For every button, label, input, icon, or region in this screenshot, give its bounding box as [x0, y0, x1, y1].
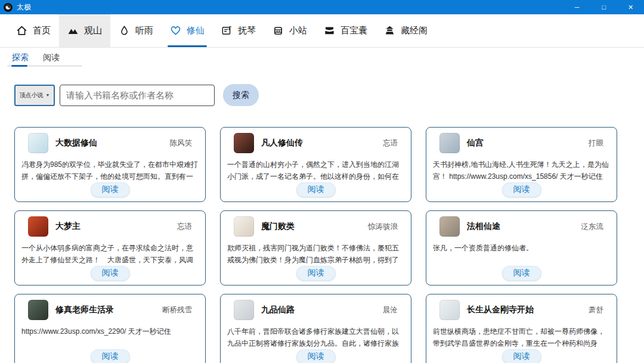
read-button[interactable]: 阅读: [502, 182, 541, 197]
book-description: 一个从小体弱多病的富商之子，在寻求续命之法时，意外走上了修仙登天之路！ 大唐盛世…: [21, 242, 199, 265]
nav-item-baibaonang[interactable]: 百宝囊: [315, 14, 376, 47]
book-cover: [439, 300, 460, 320]
book-card: 修真老师生活录 断桥残雪 https://www.23usp.com/xs_22…: [14, 294, 206, 363]
window-title: 太极: [17, 2, 31, 13]
nav-label: 藏经阁: [401, 25, 428, 36]
sub-tabs: 探索 阅读: [0, 48, 644, 69]
book-card: 长生从金刚寺开始 萧舒 前世纵横商场，患绝症不甘而亡，却被一尊药师佛像，带到武学…: [426, 294, 617, 363]
chest-icon: [324, 25, 335, 36]
book-author: 忘语: [383, 138, 398, 148]
book-card-grid: 大数据修仙 陈风笑 冯君身为985的双学位，毕业就失业了，在都市中艰难打拼，偏偏…: [14, 127, 644, 363]
book-author: 晨沧: [383, 305, 398, 315]
card-header: 大数据修仙 陈风笑: [21, 133, 199, 153]
home-icon: [16, 25, 27, 36]
book-cover: [28, 300, 48, 320]
card-header: 魔门败类 惊涛骇浪: [227, 216, 404, 237]
book-title: 大数据修仙: [55, 138, 97, 148]
book-title: 长生从金刚寺开始: [467, 305, 534, 315]
book-cover: [234, 300, 254, 320]
book-author: 打眼: [589, 138, 603, 148]
nav-item-fuqin[interactable]: 抚琴: [213, 14, 264, 47]
search-button[interactable]: 搜索: [223, 84, 259, 106]
book-cover: [28, 133, 48, 153]
read-button[interactable]: 阅读: [91, 182, 130, 197]
book-author: 萧舒: [589, 305, 603, 315]
book-author: 陈风笑: [170, 138, 193, 148]
book-title: 凡人修仙传: [261, 138, 303, 148]
read-button[interactable]: 阅读: [502, 349, 541, 363]
read-button[interactable]: 阅读: [296, 182, 336, 197]
card-header: 修真老师生活录 断桥残雪: [21, 300, 199, 320]
book-source-select[interactable]: 顶点小说 ▼: [14, 85, 55, 106]
book-description: 前世纵横商场，患绝症不甘而亡，却被一尊药师佛像，带到武学昌盛世界的金刚寺，重生在…: [433, 325, 610, 348]
search-input[interactable]: [60, 85, 215, 106]
book-title: 仙宫: [467, 138, 484, 148]
card-header: 凡人修仙传 忘语: [227, 133, 404, 153]
card-header: 大梦主 忘语: [21, 216, 199, 237]
maximize-button[interactable]: □: [590, 0, 617, 14]
book-cover: [439, 133, 460, 153]
book-description: https://www.23usp.com/xs_2290/ 天才一秒记住: [21, 325, 199, 348]
book-title: 大梦主: [55, 221, 80, 232]
book-card: 仙宫 打眼 天书封神榜,地书山海经,人书生死簿！九天之上，是为仙宫！ https…: [426, 127, 617, 202]
card-header: 长生从金刚寺开始 萧舒: [433, 300, 610, 320]
nav-label: 观山: [84, 25, 102, 36]
nav-item-xiaozhan[interactable]: 小站: [264, 14, 315, 47]
music-doc-icon: [221, 25, 233, 36]
book-description: 天书封神榜,地书山海经,人书生死簿！九天之上，是为仙宫！ https://www…: [433, 159, 610, 181]
minimize-button[interactable]: ─: [564, 0, 590, 14]
nav-label: 百宝囊: [340, 25, 367, 36]
mountain-icon: [67, 25, 79, 36]
book-author: 惊涛骇浪: [368, 222, 398, 232]
nav-item-home[interactable]: 首页: [8, 14, 59, 47]
nav-item-xiuxian[interactable]: 修仙: [162, 14, 213, 47]
book-description: 冯君身为985的双学位，毕业就失业了，在都市中艰难打拼，偏偏还放不下架子，他的处…: [21, 159, 199, 181]
nav-label: 听雨: [135, 25, 153, 36]
read-button[interactable]: 阅读: [296, 349, 336, 363]
tab-active-indicator: [11, 65, 27, 67]
book-title: 修真老师生活录: [55, 305, 114, 315]
window-controls: ─ □ ✕: [564, 0, 644, 14]
robot-icon: [273, 25, 284, 36]
book-description: 张凡，一个资质普通的修仙者。: [433, 242, 610, 265]
book-author: 泛东流: [581, 222, 604, 232]
read-button[interactable]: 阅读: [91, 266, 130, 281]
book-card: 魔门败类 惊涛骇浪 欺师灭祖，残害同门视为道门败类！不修佛法，屡犯五戒视为佛门败…: [220, 210, 411, 286]
book-cover: [234, 133, 254, 153]
yinyang-icon: ☯: [4, 3, 13, 12]
book-author: 断桥残雪: [162, 305, 192, 315]
main-nav: 首页 观山 听雨 修仙 抚琴 小站 百宝囊: [0, 14, 644, 48]
droplet-icon: [119, 25, 130, 36]
book-cover: [28, 216, 48, 237]
book-source-value: 顶点小说: [20, 91, 44, 100]
nav-item-tingyu[interactable]: 听雨: [110, 14, 162, 47]
card-header: 九品仙路 晨沧: [227, 300, 404, 320]
book-card: 大数据修仙 陈风笑 冯君身为985的双学位，毕业就失业了，在都市中艰难打拼，偏偏…: [14, 127, 206, 202]
card-header: 法相仙途 泛东流: [433, 216, 610, 237]
nav-label: 抚琴: [238, 25, 256, 36]
book-card: 凡人修仙传 忘语 一个普通的山村穷小子，偶然之下，进入到当地的江湖小门派，成了一…: [220, 127, 411, 202]
book-title: 法相仙途: [467, 221, 500, 232]
read-button[interactable]: 阅读: [296, 266, 336, 281]
card-header: 仙宫 打眼: [433, 133, 610, 153]
book-author: 忘语: [177, 222, 192, 232]
book-description: 欺师灭祖，残害同门视为道门败类！不修佛法，屡犯五戒视为佛门败类！身为魔门血炼宗弟…: [227, 242, 404, 265]
book-cover: [234, 216, 254, 237]
book-card: 九品仙路 晨沧 八千年前，晋阳帝联合诸多修行家族建立大晋仙朝，以九品中正制将诸修…: [220, 294, 411, 363]
nav-label: 首页: [33, 25, 51, 36]
chevron-down-icon: ▼: [46, 93, 50, 97]
nav-item-cangjingge[interactable]: 藏经阁: [376, 14, 436, 47]
book-cover: [439, 216, 460, 237]
book-description: 一个普通的山村穷小子，偶然之下，进入到当地的江湖小门派，成了一名记名弟子。他以这…: [227, 159, 404, 181]
titlebar: ☯ 太极 ─ □ ✕: [0, 0, 644, 14]
nav-item-guanshan[interactable]: 观山: [59, 14, 110, 47]
read-button[interactable]: 阅读: [502, 266, 541, 281]
read-button[interactable]: 阅读: [91, 349, 130, 363]
search-row: 顶点小说 ▼ 搜索: [14, 84, 644, 106]
book-card: 大梦主 忘语 一个从小体弱多病的富商之子，在寻求续命之法时，意外走上了修仙登天之…: [14, 210, 206, 286]
close-button[interactable]: ✕: [617, 0, 644, 14]
nav-label: 修仙: [187, 25, 205, 36]
book-title: 九品仙路: [261, 305, 295, 315]
book-description: 八千年前，晋阳帝联合诸多修行家族建立大晋仙朝，以九品中正制将诸修行家族划分九品。…: [227, 325, 404, 348]
pavilion-icon: [384, 25, 395, 36]
